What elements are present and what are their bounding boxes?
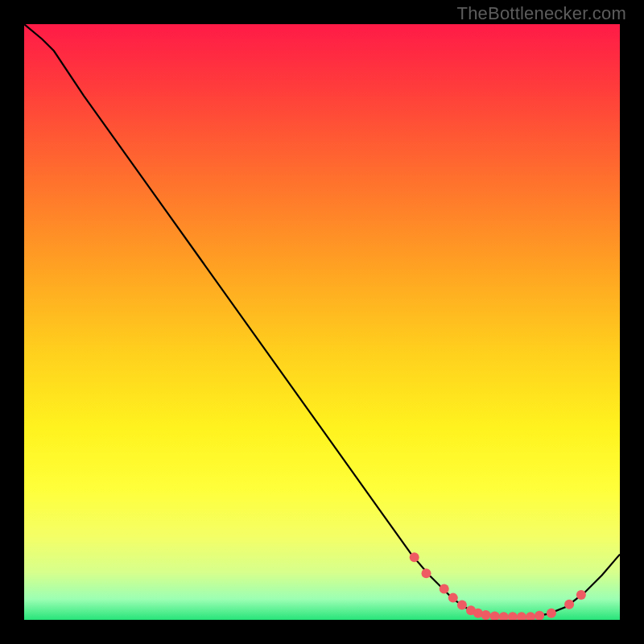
highlight-point [422, 568, 431, 578]
highlight-point [547, 609, 556, 618]
highlight-point [457, 601, 467, 610]
plot-area [24, 24, 620, 620]
highlight-point [576, 590, 586, 600]
watermark-text: TheBottlenecker.com [457, 3, 626, 24]
highlight-point [440, 584, 449, 594]
gradient-background [24, 24, 620, 620]
chart-container: TheBottlenecker.com [0, 0, 644, 644]
highlight-point [481, 610, 491, 620]
highlight-point [448, 593, 458, 603]
highlight-point [564, 600, 574, 609]
bottleneck-chart [24, 24, 620, 620]
highlight-point [410, 552, 419, 562]
